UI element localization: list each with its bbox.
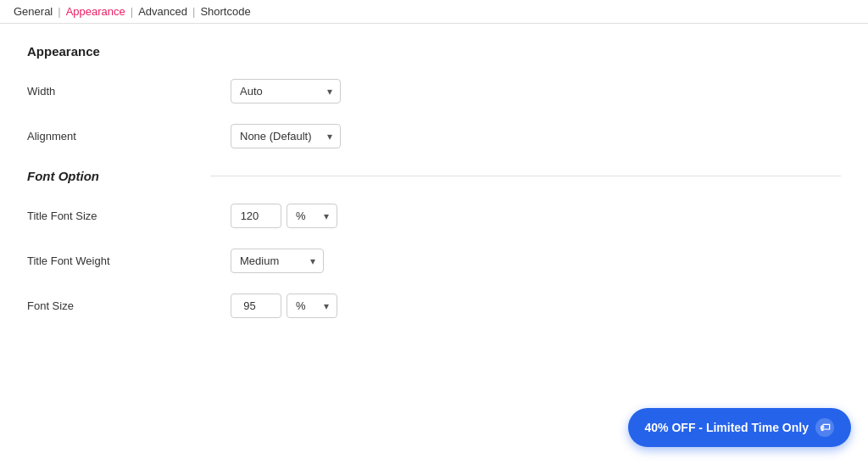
font-size-unit-select[interactable]: % px em (287, 293, 337, 318)
width-row: Width Auto Full Width Custom (27, 79, 841, 103)
appearance-section-title: Appearance (27, 44, 841, 59)
width-select[interactable]: Auto Full Width Custom (231, 79, 341, 103)
cta-label: 40% OFF - Limited Time Only (645, 421, 809, 434)
title-font-size-label: Title Font Size (27, 210, 231, 222)
alignment-select-wrapper: None (Default) Left Center Right (231, 124, 341, 148)
nav-general[interactable]: General (14, 5, 53, 18)
nav-shortcode[interactable]: Shortcode (200, 5, 250, 18)
font-size-control: % px em (231, 293, 337, 318)
title-font-size-unit-wrapper: % px em (287, 204, 337, 228)
title-font-weight-control: Thin Light Regular Medium Semi Bold Bold… (231, 249, 324, 273)
nav-separator-3: | (192, 5, 195, 18)
top-nav: General | Appearance | Advanced | Shortc… (0, 0, 868, 24)
alignment-select[interactable]: None (Default) Left Center Right (231, 124, 341, 148)
font-size-unit-wrapper: % px em (287, 293, 337, 318)
width-label: Width (27, 85, 231, 98)
title-font-size-unit-select[interactable]: % px em (287, 204, 337, 228)
title-font-size-control: % px em (231, 204, 337, 228)
main-content: Appearance Width Auto Full Width Custom … (0, 24, 868, 359)
title-font-weight-label: Title Font Weight (27, 254, 231, 267)
title-font-weight-row: Title Font Weight Thin Light Regular Med… (27, 249, 841, 273)
font-option-divider-row: Font Option (27, 169, 841, 183)
nav-separator-1: | (58, 5, 60, 18)
nav-advanced[interactable]: Advanced (138, 5, 187, 18)
alignment-label: Alignment (27, 130, 231, 143)
font-size-label: Font Size (27, 299, 231, 312)
title-font-size-input[interactable] (231, 204, 281, 228)
width-control: Auto Full Width Custom (231, 79, 341, 103)
nav-separator-2: | (131, 5, 133, 18)
tag-icon: 🏷 (815, 418, 834, 437)
alignment-row: Alignment None (Default) Left Center Rig… (27, 124, 841, 148)
title-font-size-row: Title Font Size % px em (27, 204, 841, 228)
cta-button[interactable]: 40% OFF - Limited Time Only 🏷 (628, 408, 851, 447)
font-option-title: Font Option (27, 169, 197, 183)
title-font-weight-select[interactable]: Thin Light Regular Medium Semi Bold Bold… (231, 249, 324, 273)
font-size-row: Font Size % px em (27, 293, 841, 318)
title-font-weight-select-wrapper: Thin Light Regular Medium Semi Bold Bold… (231, 249, 324, 273)
divider-line (210, 176, 841, 176)
font-size-input[interactable] (231, 293, 281, 318)
alignment-control: None (Default) Left Center Right (231, 124, 341, 148)
width-select-wrapper: Auto Full Width Custom (231, 79, 341, 103)
nav-appearance[interactable]: Appearance (66, 5, 125, 18)
